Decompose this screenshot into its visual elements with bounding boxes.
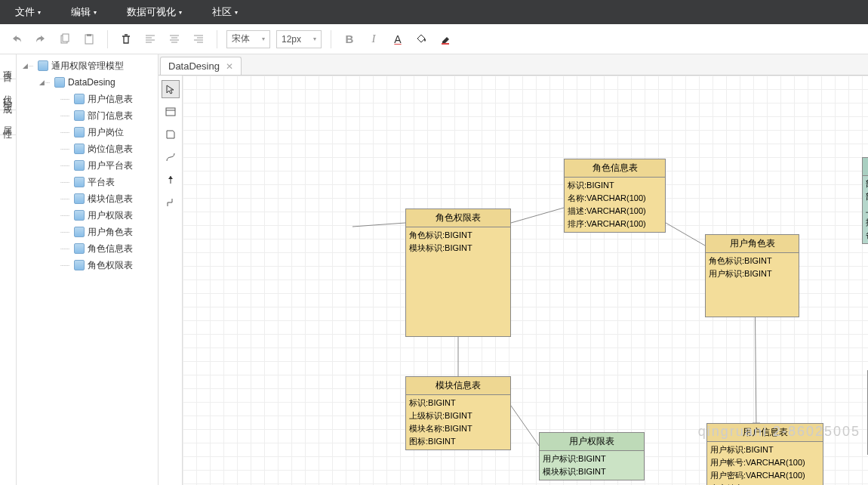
tree-item[interactable]: ┈┈用户信息表 (17, 91, 158, 107)
entity-user-info[interactable]: 用户信息表 用户标识:BIGINT用户帐号:VARCHAR(100)用户密码:V… (706, 423, 823, 485)
tree-panel: ◢┈通用权限管理模型 ◢┈DataDesing ┈┈用户信息表┈┈部门信息表┈┈… (17, 54, 159, 485)
menu-file[interactable]: 文件▾ (15, 5, 41, 19)
align-right-icon[interactable] (189, 30, 208, 48)
table-icon (74, 193, 85, 204)
menu-dataviz[interactable]: 数据可视化▾ (127, 5, 182, 19)
connector-tool-icon[interactable] (162, 193, 180, 212)
menubar: 文件▾ 编辑▾ 数据可视化▾ 社区▾ (0, 0, 868, 24)
table-icon (74, 227, 85, 237)
tool-palette (159, 76, 183, 485)
svg-rect-1 (63, 34, 69, 42)
copy-icon[interactable] (56, 30, 74, 48)
fill-color-icon[interactable] (413, 30, 431, 48)
line-tool-icon[interactable] (162, 148, 180, 166)
svg-rect-3 (87, 34, 91, 36)
db-icon (38, 60, 48, 71)
svg-marker-8 (168, 176, 173, 179)
svg-rect-5 (166, 108, 175, 116)
entity-user-role[interactable]: 用户角色表 角色标识:BIGINT用户标识:BIGINT (705, 234, 799, 317)
table-icon (74, 127, 85, 137)
tree-root[interactable]: ◢┈通用权限管理模型 (17, 57, 158, 74)
tree-item[interactable]: ┈┈角色信息表 (17, 240, 158, 257)
font-color-icon[interactable]: A (389, 30, 407, 48)
table-icon (74, 210, 85, 221)
sidetab-codegen[interactable]: 代码生成 (0, 79, 16, 110)
toolbar: 宋体▾ 12px▾ B I A (0, 24, 868, 54)
tree-item[interactable]: ┈┈部门信息表 (17, 107, 158, 124)
bold-icon[interactable]: B (340, 30, 359, 48)
align-center-icon[interactable] (165, 30, 183, 48)
tree-item[interactable]: ┈┈用户权限表 (17, 207, 158, 224)
size-dropdown[interactable]: 12px▾ (276, 30, 322, 48)
tree-design[interactable]: ◢┈DataDesing (17, 74, 158, 91)
menu-edit[interactable]: 编辑▾ (71, 5, 97, 19)
svg-line-10 (511, 208, 564, 223)
redo-icon[interactable] (32, 30, 50, 48)
canvas[interactable]: 角色权限表 角色标识:BIGINT模块标识:BIGINT 角色信息表 标识:BI… (183, 76, 868, 485)
file-tab[interactable]: DataDesing ✕ (160, 57, 242, 75)
table-icon (74, 110, 85, 121)
tree-item[interactable]: ┈┈岗位信息表 (17, 141, 158, 157)
italic-icon[interactable]: I (365, 30, 383, 48)
entity-tool-icon[interactable] (162, 103, 180, 121)
sidebar-tabs: 项目 代码生成 属性 (0, 54, 17, 485)
table-icon (74, 260, 85, 270)
entity-module-info[interactable]: 模块信息表 标识:BIGINT上级标识:BIGINT模块名称:BIGINT图标:… (405, 376, 511, 450)
entity-dept-info[interactable]: 部门信息表 部门标识:BIGINT部门名称:VARCHAR上级部门:BIGINT… (862, 157, 868, 244)
table-icon (74, 160, 85, 171)
tree-item[interactable]: ┈┈用户岗位 (17, 124, 158, 141)
paste-icon[interactable] (80, 30, 98, 48)
entity-user-perm[interactable]: 用户权限表 用户标识:BIGINT模块标识:BIGINT (539, 432, 645, 480)
svg-line-17 (507, 400, 539, 446)
note-tool-icon[interactable] (162, 125, 180, 144)
tree-item[interactable]: ┈┈用户角色表 (17, 224, 158, 240)
arrow-tool-icon[interactable] (162, 171, 180, 189)
align-left-icon[interactable] (141, 30, 159, 48)
undo-icon[interactable] (8, 30, 26, 48)
tree-item[interactable]: ┈┈平台表 (17, 174, 158, 190)
table-icon (74, 177, 85, 187)
sidetab-project[interactable]: 项目 (0, 54, 16, 79)
tree-item[interactable]: ┈┈模块信息表 (17, 190, 158, 207)
select-tool-icon[interactable] (162, 80, 180, 98)
sidetab-props[interactable]: 属性 (0, 110, 16, 135)
font-dropdown[interactable]: 宋体▾ (226, 30, 270, 48)
table-icon (74, 144, 85, 154)
tree-item[interactable]: ┈┈角色权限表 (17, 257, 158, 273)
highlight-icon[interactable] (437, 30, 455, 48)
entity-role-perm[interactable]: 角色权限表 角色标识:BIGINT模块标识:BIGINT (405, 209, 511, 337)
delete-icon[interactable] (117, 30, 135, 48)
table-icon (74, 243, 85, 254)
tab-strip: DataDesing ✕ (159, 54, 868, 76)
close-icon[interactable]: ✕ (226, 61, 233, 72)
svg-rect-4 (442, 43, 449, 45)
menu-community[interactable]: 社区▾ (212, 5, 238, 19)
entity-role-info[interactable]: 角色信息表 标识:BIGINT名称:VARCHAR(100)描述:VARCHAR… (564, 159, 666, 233)
table-icon (74, 94, 85, 104)
svg-line-12 (666, 223, 705, 246)
tree-item[interactable]: ┈┈用户平台表 (17, 157, 158, 174)
svg-line-9 (352, 223, 405, 227)
diagram-icon (54, 77, 65, 88)
